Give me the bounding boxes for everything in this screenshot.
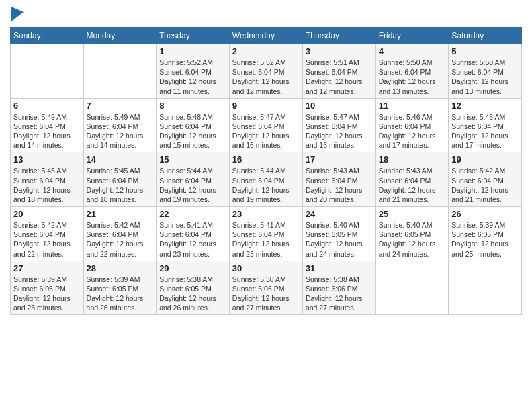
day-info: Sunrise: 5:40 AMSunset: 6:05 PMDaylight:… (379, 220, 446, 259)
day-info: Sunrise: 5:39 AMSunset: 6:05 PMDaylight:… (87, 275, 154, 313)
logo-icon (11, 7, 24, 21)
calendar-cell: 9Sunrise: 5:47 AMSunset: 6:04 PMDaylight… (229, 98, 302, 152)
weekday-header: Wednesday (229, 28, 302, 44)
calendar-cell: 13Sunrise: 5:45 AMSunset: 6:04 PMDayligh… (11, 152, 84, 207)
calendar-cell: 16Sunrise: 5:44 AMSunset: 6:04 PMDayligh… (229, 152, 302, 207)
day-number: 23 (232, 209, 300, 219)
day-number: 11 (379, 101, 446, 111)
calendar-week-row: 20Sunrise: 5:42 AMSunset: 6:04 PMDayligh… (11, 207, 522, 261)
weekday-header: Friday (375, 28, 449, 44)
day-number: 2 (232, 46, 300, 56)
day-info: Sunrise: 5:47 AMSunset: 6:04 PMDaylight:… (306, 112, 373, 150)
calendar-cell: 10Sunrise: 5:47 AMSunset: 6:04 PMDayligh… (302, 98, 375, 152)
calendar-cell: 31Sunrise: 5:38 AMSunset: 6:06 PMDayligh… (302, 261, 375, 315)
day-info: Sunrise: 5:38 AMSunset: 6:06 PMDaylight:… (232, 275, 300, 313)
day-number: 9 (232, 101, 300, 111)
day-number: 4 (379, 46, 446, 56)
day-number: 30 (232, 263, 300, 273)
calendar-body: 1Sunrise: 5:52 AMSunset: 6:04 PMDaylight… (11, 44, 522, 315)
weekday-row: SundayMondayTuesdayWednesdayThursdayFrid… (11, 28, 522, 44)
calendar-cell (11, 44, 84, 99)
day-number: 16 (232, 154, 300, 165)
calendar-cell: 8Sunrise: 5:48 AMSunset: 6:04 PMDaylight… (157, 98, 230, 152)
day-info: Sunrise: 5:47 AMSunset: 6:04 PMDaylight:… (232, 112, 300, 150)
svg-marker-0 (11, 7, 24, 21)
calendar-cell (83, 44, 157, 99)
weekday-header: Thursday (302, 28, 375, 44)
day-info: Sunrise: 5:51 AMSunset: 6:04 PMDaylight:… (306, 58, 373, 96)
day-number: 3 (306, 46, 373, 56)
day-number: 27 (13, 263, 81, 273)
calendar-cell: 11Sunrise: 5:46 AMSunset: 6:04 PMDayligh… (375, 98, 449, 152)
weekday-header: Monday (83, 28, 157, 44)
day-number: 13 (13, 154, 81, 165)
calendar-cell: 5Sunrise: 5:50 AMSunset: 6:04 PMDaylight… (449, 44, 522, 99)
calendar-cell: 21Sunrise: 5:42 AMSunset: 6:04 PMDayligh… (83, 207, 157, 261)
calendar-cell: 3Sunrise: 5:51 AMSunset: 6:04 PMDaylight… (302, 44, 375, 99)
day-number: 7 (87, 101, 154, 111)
day-number: 6 (13, 101, 81, 111)
day-info: Sunrise: 5:52 AMSunset: 6:04 PMDaylight:… (232, 58, 300, 96)
calendar-week-row: 13Sunrise: 5:45 AMSunset: 6:04 PMDayligh… (11, 152, 522, 207)
day-info: Sunrise: 5:49 AMSunset: 6:04 PMDaylight:… (13, 112, 81, 150)
day-info: Sunrise: 5:42 AMSunset: 6:04 PMDaylight:… (13, 220, 81, 259)
day-info: Sunrise: 5:42 AMSunset: 6:04 PMDaylight:… (87, 220, 154, 259)
day-info: Sunrise: 5:46 AMSunset: 6:04 PMDaylight:… (451, 112, 519, 150)
day-info: Sunrise: 5:43 AMSunset: 6:04 PMDaylight:… (379, 166, 446, 204)
calendar-cell: 1Sunrise: 5:52 AMSunset: 6:04 PMDaylight… (157, 44, 230, 99)
weekday-header: Saturday (449, 28, 522, 44)
calendar-cell: 27Sunrise: 5:39 AMSunset: 6:05 PMDayligh… (11, 261, 84, 315)
calendar-cell: 23Sunrise: 5:41 AMSunset: 6:04 PMDayligh… (229, 207, 302, 261)
calendar-cell: 19Sunrise: 5:42 AMSunset: 6:04 PMDayligh… (449, 152, 522, 207)
day-number: 19 (451, 154, 519, 165)
calendar-cell: 30Sunrise: 5:38 AMSunset: 6:06 PMDayligh… (229, 261, 302, 315)
day-info: Sunrise: 5:40 AMSunset: 6:05 PMDaylight:… (306, 220, 373, 259)
calendar-week-row: 6Sunrise: 5:49 AMSunset: 6:04 PMDaylight… (11, 98, 522, 152)
day-info: Sunrise: 5:39 AMSunset: 6:05 PMDaylight:… (13, 275, 81, 313)
day-number: 10 (306, 101, 373, 111)
day-number: 26 (451, 209, 519, 219)
day-number: 5 (451, 46, 519, 56)
calendar-cell: 18Sunrise: 5:43 AMSunset: 6:04 PMDayligh… (375, 152, 449, 207)
calendar-cell: 6Sunrise: 5:49 AMSunset: 6:04 PMDaylight… (11, 98, 84, 152)
day-info: Sunrise: 5:45 AMSunset: 6:04 PMDaylight:… (13, 166, 81, 204)
day-info: Sunrise: 5:41 AMSunset: 6:04 PMDaylight:… (159, 220, 226, 259)
day-number: 14 (87, 154, 154, 165)
calendar-cell: 25Sunrise: 5:40 AMSunset: 6:05 PMDayligh… (375, 207, 449, 261)
calendar-cell: 24Sunrise: 5:40 AMSunset: 6:05 PMDayligh… (302, 207, 375, 261)
weekday-header: Sunday (11, 28, 84, 44)
day-info: Sunrise: 5:38 AMSunset: 6:06 PMDaylight:… (306, 275, 373, 313)
day-number: 29 (159, 263, 226, 273)
day-info: Sunrise: 5:43 AMSunset: 6:04 PMDaylight:… (306, 166, 373, 204)
day-number: 28 (87, 263, 154, 273)
day-number: 31 (306, 263, 373, 273)
day-number: 15 (159, 154, 226, 165)
day-info: Sunrise: 5:50 AMSunset: 6:04 PMDaylight:… (451, 58, 519, 96)
calendar-cell: 15Sunrise: 5:44 AMSunset: 6:04 PMDayligh… (157, 152, 230, 207)
day-info: Sunrise: 5:42 AMSunset: 6:04 PMDaylight:… (451, 166, 519, 204)
calendar-table: SundayMondayTuesdayWednesdayThursdayFrid… (10, 27, 522, 315)
calendar-cell: 4Sunrise: 5:50 AMSunset: 6:04 PMDaylight… (375, 44, 449, 99)
day-info: Sunrise: 5:38 AMSunset: 6:05 PMDaylight:… (159, 275, 226, 313)
calendar-cell: 7Sunrise: 5:49 AMSunset: 6:04 PMDaylight… (83, 98, 157, 152)
day-info: Sunrise: 5:44 AMSunset: 6:04 PMDaylight:… (159, 166, 226, 204)
day-info: Sunrise: 5:52 AMSunset: 6:04 PMDaylight:… (159, 58, 226, 96)
calendar-cell: 20Sunrise: 5:42 AMSunset: 6:04 PMDayligh… (11, 207, 84, 261)
calendar-cell: 14Sunrise: 5:45 AMSunset: 6:04 PMDayligh… (83, 152, 157, 207)
calendar-cell: 26Sunrise: 5:39 AMSunset: 6:05 PMDayligh… (449, 207, 522, 261)
calendar-cell (375, 261, 449, 315)
page: SundayMondayTuesdayWednesdayThursdayFrid… (0, 0, 532, 411)
day-info: Sunrise: 5:44 AMSunset: 6:04 PMDaylight:… (232, 166, 300, 204)
day-number: 21 (87, 209, 154, 219)
calendar-cell: 17Sunrise: 5:43 AMSunset: 6:04 PMDayligh… (302, 152, 375, 207)
calendar-week-row: 27Sunrise: 5:39 AMSunset: 6:05 PMDayligh… (11, 261, 522, 315)
day-number: 8 (159, 101, 226, 111)
day-info: Sunrise: 5:45 AMSunset: 6:04 PMDaylight:… (87, 166, 154, 204)
day-number: 18 (379, 154, 446, 165)
day-number: 20 (13, 209, 81, 219)
day-info: Sunrise: 5:39 AMSunset: 6:05 PMDaylight:… (451, 220, 519, 259)
calendar-week-row: 1Sunrise: 5:52 AMSunset: 6:04 PMDaylight… (11, 44, 522, 99)
calendar-cell: 2Sunrise: 5:52 AMSunset: 6:04 PMDaylight… (229, 44, 302, 99)
day-number: 17 (306, 154, 373, 165)
day-info: Sunrise: 5:41 AMSunset: 6:04 PMDaylight:… (232, 220, 300, 259)
